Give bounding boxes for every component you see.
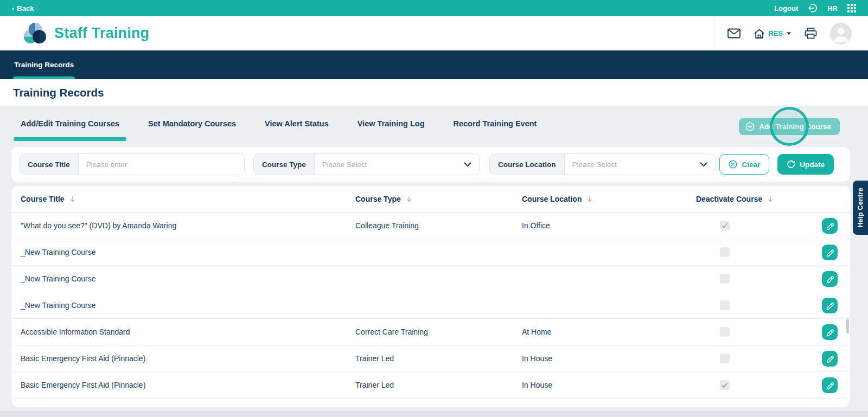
- pencil-icon: [826, 248, 834, 256]
- nav-item-training-records[interactable]: Training Records: [13, 50, 75, 79]
- content-area: Add/Edit Training CoursesSet Mandatory C…: [0, 106, 868, 417]
- deactivate-checkbox[interactable]: [720, 247, 730, 257]
- pencil-icon: [826, 381, 834, 389]
- course-type-select[interactable]: Please Select: [315, 154, 479, 175]
- tab-label: View Training Log: [358, 119, 425, 128]
- clear-button-label: Clear: [742, 161, 760, 169]
- deactivate-checkbox[interactable]: [720, 380, 730, 390]
- apps-grid-icon[interactable]: [847, 4, 856, 12]
- user-avatar[interactable]: [830, 23, 852, 44]
- deactivate-checkbox[interactable]: [720, 354, 730, 363]
- tab[interactable]: Add/Edit Training Courses: [14, 106, 126, 141]
- filter-bar: Course Title Course Type Please Select C…: [11, 147, 850, 182]
- deactivate-checkbox[interactable]: [720, 327, 730, 337]
- tab[interactable]: View Alert Status: [258, 106, 336, 141]
- help-centre-label: Help Centre: [857, 188, 864, 227]
- course-location-filter-label: Course Location: [490, 154, 565, 175]
- caret-down-icon: [786, 31, 792, 35]
- cell-course-title: _New Training Course: [11, 301, 355, 310]
- sort-arrow-icon: [69, 196, 76, 203]
- courses-table: Course Title Course Type Course Location…: [11, 186, 850, 407]
- logout-button[interactable]: Logout: [774, 4, 798, 12]
- cell-course-title: _New Training Course: [11, 248, 355, 256]
- table-header-row: Course Title Course Type Course Location…: [11, 186, 850, 213]
- sort-course-type[interactable]: Course Type: [355, 195, 522, 203]
- help-centre-tab[interactable]: Help Centre: [853, 181, 868, 235]
- sort-course-title[interactable]: Course Title: [11, 195, 355, 203]
- edit-course-button[interactable]: [822, 218, 838, 234]
- clear-button[interactable]: Clear: [719, 154, 769, 175]
- sort-deactivate-course[interactable]: Deactivate Course: [696, 195, 822, 203]
- x-circle-icon: [729, 160, 737, 169]
- course-type-placeholder: Please Select: [322, 161, 367, 169]
- pencil-icon: [826, 328, 834, 336]
- cell-course-location: In House: [522, 354, 696, 363]
- scrollbar-thumb[interactable]: [846, 319, 849, 333]
- print-icon[interactable]: [805, 28, 817, 39]
- table-body: "What do you see?" (DVD) by Amanda Warin…: [11, 213, 850, 399]
- sort-course-location[interactable]: Course Location: [522, 195, 696, 203]
- course-location-select[interactable]: Please Select: [565, 154, 715, 175]
- page-title-bar: Training Records: [0, 79, 868, 106]
- column-label: Course Title: [21, 195, 65, 203]
- cell-course-location: At Home: [522, 328, 696, 336]
- chevron-left-icon: ‹: [12, 5, 14, 12]
- cell-course-title: Accessible Information Standard: [11, 328, 355, 336]
- back-button[interactable]: ‹ Back: [12, 4, 34, 12]
- tab[interactable]: Set Mandatory Courses: [141, 106, 243, 141]
- home-location-selector[interactable]: RES: [754, 28, 792, 39]
- nav-item-label: Training Records: [14, 61, 74, 69]
- deactivate-checkbox[interactable]: [720, 300, 730, 310]
- table-row: Basic Emergency First Aid (Pinnacle) Tra…: [11, 345, 850, 372]
- tab-label: Add/Edit Training Courses: [21, 119, 119, 128]
- mail-icon[interactable]: [727, 28, 741, 39]
- deactivate-checkbox[interactable]: [720, 221, 730, 230]
- cell-course-title: _New Training Course: [11, 274, 355, 283]
- exit-circle-icon[interactable]: [808, 3, 818, 13]
- back-label: Back: [17, 4, 34, 12]
- table-row: _New Training Course: [11, 292, 850, 319]
- page-title: Training Records: [13, 86, 104, 99]
- chevron-down-icon: [700, 162, 707, 167]
- check-icon: [722, 382, 728, 388]
- edit-course-button[interactable]: [822, 324, 838, 340]
- add-training-course-button[interactable]: Add Training Course: [739, 118, 840, 135]
- course-type-filter-label: Course Type: [254, 154, 315, 175]
- edit-course-button[interactable]: [822, 271, 838, 287]
- chevron-down-icon: [464, 162, 471, 167]
- deactivate-checkbox[interactable]: [720, 274, 730, 284]
- home-icon: [754, 28, 765, 39]
- course-location-filter: Course Location Please Select: [489, 153, 716, 175]
- cell-course-type: Trainer Led: [355, 381, 522, 389]
- app-header: Staff Training RES: [0, 16, 868, 50]
- update-button[interactable]: Update: [777, 154, 834, 175]
- edit-course-button[interactable]: [822, 298, 838, 313]
- sort-arrow-icon: [586, 196, 593, 203]
- hr-module-label[interactable]: HR: [827, 4, 838, 12]
- course-title-input[interactable]: [79, 154, 244, 175]
- add-button-label: Add Training Course: [759, 123, 831, 131]
- table-row: "What do you see?" (DVD) by Amanda Warin…: [11, 213, 850, 239]
- cell-course-title: Basic Emergency First Aid (Pinnacle): [11, 381, 355, 389]
- edit-course-button[interactable]: [822, 245, 838, 260]
- tab[interactable]: Record Training Event: [446, 106, 544, 141]
- plus-circle-icon: [745, 122, 755, 131]
- edit-course-button[interactable]: [822, 377, 838, 393]
- edit-course-button[interactable]: [822, 351, 838, 367]
- tab[interactable]: View Training Log: [350, 106, 432, 141]
- column-label: Course Location: [522, 195, 582, 203]
- module-nav-bar: Training Records: [0, 50, 868, 79]
- cell-course-type: Trainer Led: [355, 354, 522, 363]
- table-row: _New Training Course: [11, 266, 850, 292]
- table-row: Accessible Information Standard Correct …: [11, 319, 850, 345]
- cell-course-title: "What do you see?" (DVD) by Amanda Warin…: [11, 221, 355, 230]
- app-title: Staff Training: [54, 25, 149, 42]
- table-row: Basic Emergency First Aid (Pinnacle) Tra…: [11, 372, 850, 399]
- update-button-label: Update: [800, 161, 825, 169]
- course-type-filter: Course Type Please Select: [253, 153, 480, 175]
- course-title-filter-label: Course Title: [20, 154, 79, 175]
- tab-label: Set Mandatory Courses: [148, 119, 236, 128]
- pencil-icon: [826, 274, 834, 283]
- location-code: RES: [768, 29, 783, 37]
- cell-course-location: In Office: [522, 221, 696, 230]
